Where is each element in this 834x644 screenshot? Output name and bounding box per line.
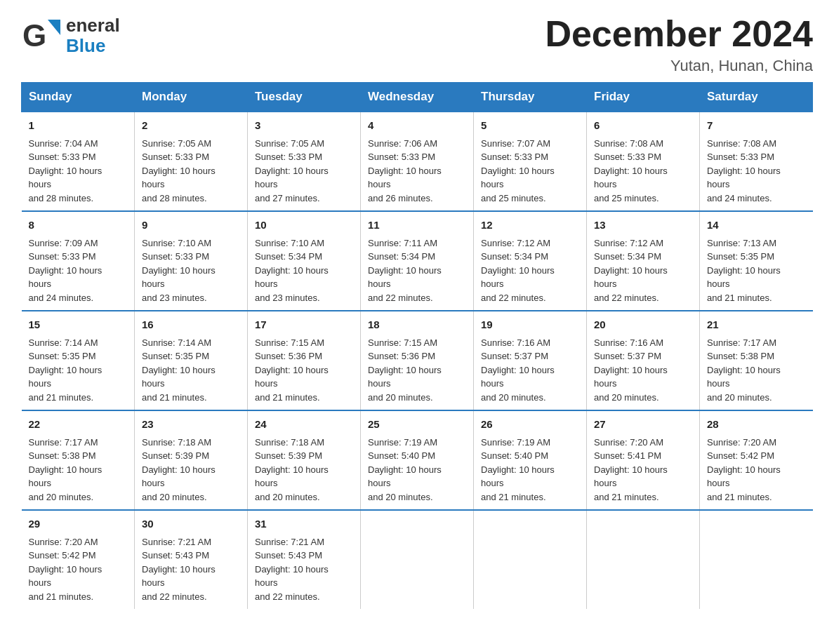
day-info: Sunrise: 7:13 AMSunset: 5:35 PMDaylight:… <box>707 236 806 305</box>
day-info: Sunrise: 7:12 AMSunset: 5:34 PMDaylight:… <box>481 236 579 305</box>
day-number: 21 <box>707 317 806 333</box>
calendar-cell: 27Sunrise: 7:20 AMSunset: 5:41 PMDayligh… <box>587 410 700 510</box>
day-info: Sunrise: 7:19 AMSunset: 5:40 PMDaylight:… <box>368 436 466 504</box>
day-number: 15 <box>29 317 128 333</box>
calendar-cell: 2Sunrise: 7:05 AMSunset: 5:33 PMDaylight… <box>135 112 248 211</box>
calendar-cell: 25Sunrise: 7:19 AMSunset: 5:40 PMDayligh… <box>361 410 474 510</box>
day-number: 30 <box>142 516 240 532</box>
day-number: 19 <box>481 317 579 333</box>
calendar-cell: 30Sunrise: 7:21 AMSunset: 5:43 PMDayligh… <box>135 510 248 609</box>
calendar-cell: 14Sunrise: 7:13 AMSunset: 5:35 PMDayligh… <box>700 211 813 311</box>
day-info: Sunrise: 7:17 AMSunset: 5:38 PMDaylight:… <box>29 436 128 504</box>
header-day-saturday: Saturday <box>700 83 813 112</box>
day-number: 16 <box>142 317 240 333</box>
calendar-cell <box>474 510 587 609</box>
header-day-tuesday: Tuesday <box>248 83 361 112</box>
week-row-2: 8Sunrise: 7:09 AMSunset: 5:33 PMDaylight… <box>22 211 813 311</box>
month-title: December 2024 <box>545 14 813 54</box>
day-info: Sunrise: 7:21 AMSunset: 5:43 PMDaylight:… <box>142 535 240 604</box>
day-info: Sunrise: 7:15 AMSunset: 5:36 PMDaylight:… <box>255 336 353 405</box>
calendar-cell: 24Sunrise: 7:18 AMSunset: 5:39 PMDayligh… <box>248 410 361 510</box>
day-info: Sunrise: 7:14 AMSunset: 5:35 PMDaylight:… <box>142 336 240 405</box>
week-row-3: 15Sunrise: 7:14 AMSunset: 5:35 PMDayligh… <box>22 311 813 410</box>
title-block: December 2024 Yutan, Hunan, China <box>545 14 813 75</box>
calendar-cell: 31Sunrise: 7:21 AMSunset: 5:43 PMDayligh… <box>248 510 361 609</box>
calendar-cell: 19Sunrise: 7:16 AMSunset: 5:37 PMDayligh… <box>474 311 587 410</box>
day-number: 24 <box>255 417 353 433</box>
day-info: Sunrise: 7:09 AMSunset: 5:33 PMDaylight:… <box>29 236 128 305</box>
day-info: Sunrise: 7:07 AMSunset: 5:33 PMDaylight:… <box>481 137 579 206</box>
calendar-cell: 6Sunrise: 7:08 AMSunset: 5:33 PMDaylight… <box>587 112 700 211</box>
calendar-cell: 9Sunrise: 7:10 AMSunset: 5:33 PMDaylight… <box>135 211 248 311</box>
day-info: Sunrise: 7:20 AMSunset: 5:42 PMDaylight:… <box>29 535 128 604</box>
day-info: Sunrise: 7:20 AMSunset: 5:42 PMDaylight:… <box>707 436 806 504</box>
page-header: G eneral Blue December 2024 Yutan, Hunan… <box>21 14 813 75</box>
logo-general-text: eneral <box>66 15 120 36</box>
header-day-monday: Monday <box>135 83 248 112</box>
day-number: 12 <box>481 217 579 234</box>
day-info: Sunrise: 7:05 AMSunset: 5:33 PMDaylight:… <box>255 137 353 206</box>
day-number: 22 <box>29 417 128 433</box>
day-number: 20 <box>594 317 692 333</box>
svg-marker-1 <box>48 20 60 35</box>
calendar-cell: 3Sunrise: 7:05 AMSunset: 5:33 PMDaylight… <box>248 112 361 211</box>
svg-text:G: G <box>22 18 46 53</box>
week-row-5: 29Sunrise: 7:20 AMSunset: 5:42 PMDayligh… <box>22 510 813 609</box>
day-number: 1 <box>29 118 128 134</box>
day-info: Sunrise: 7:10 AMSunset: 5:33 PMDaylight:… <box>142 236 240 305</box>
calendar-cell: 11Sunrise: 7:11 AMSunset: 5:34 PMDayligh… <box>361 211 474 311</box>
header-day-friday: Friday <box>587 83 700 112</box>
day-number: 9 <box>142 217 240 234</box>
calendar-cell: 17Sunrise: 7:15 AMSunset: 5:36 PMDayligh… <box>248 311 361 410</box>
day-info: Sunrise: 7:11 AMSunset: 5:34 PMDaylight:… <box>368 236 466 305</box>
day-number: 2 <box>142 118 240 134</box>
day-number: 5 <box>481 118 579 134</box>
calendar-cell: 28Sunrise: 7:20 AMSunset: 5:42 PMDayligh… <box>700 410 813 510</box>
day-info: Sunrise: 7:08 AMSunset: 5:33 PMDaylight:… <box>707 137 806 206</box>
header-day-sunday: Sunday <box>22 83 135 112</box>
day-info: Sunrise: 7:18 AMSunset: 5:39 PMDaylight:… <box>255 436 353 504</box>
calendar-table: SundayMondayTuesdayWednesdayThursdayFrid… <box>21 82 813 609</box>
day-number: 27 <box>594 417 692 433</box>
calendar-cell: 4Sunrise: 7:06 AMSunset: 5:33 PMDaylight… <box>361 112 474 211</box>
calendar-cell <box>587 510 700 609</box>
day-number: 6 <box>594 118 692 134</box>
calendar-cell: 20Sunrise: 7:16 AMSunset: 5:37 PMDayligh… <box>587 311 700 410</box>
calendar-cell: 15Sunrise: 7:14 AMSunset: 5:35 PMDayligh… <box>22 311 135 410</box>
day-info: Sunrise: 7:17 AMSunset: 5:38 PMDaylight:… <box>707 336 806 405</box>
day-number: 8 <box>29 217 128 234</box>
day-number: 23 <box>142 417 240 433</box>
day-info: Sunrise: 7:21 AMSunset: 5:43 PMDaylight:… <box>255 535 353 604</box>
header-day-wednesday: Wednesday <box>361 83 474 112</box>
day-number: 25 <box>368 417 466 433</box>
location: Yutan, Hunan, China <box>545 57 813 75</box>
day-info: Sunrise: 7:04 AMSunset: 5:33 PMDaylight:… <box>29 137 128 206</box>
calendar-cell <box>700 510 813 609</box>
logo: G eneral Blue <box>21 14 120 58</box>
day-number: 18 <box>368 317 466 333</box>
day-info: Sunrise: 7:15 AMSunset: 5:36 PMDaylight:… <box>368 336 466 405</box>
day-info: Sunrise: 7:14 AMSunset: 5:35 PMDaylight:… <box>29 336 128 405</box>
logo-blue-text: Blue <box>66 36 120 56</box>
day-info: Sunrise: 7:08 AMSunset: 5:33 PMDaylight:… <box>594 137 692 206</box>
calendar-cell: 18Sunrise: 7:15 AMSunset: 5:36 PMDayligh… <box>361 311 474 410</box>
calendar-cell: 13Sunrise: 7:12 AMSunset: 5:34 PMDayligh… <box>587 211 700 311</box>
calendar-cell: 1Sunrise: 7:04 AMSunset: 5:33 PMDaylight… <box>22 112 135 211</box>
day-info: Sunrise: 7:12 AMSunset: 5:34 PMDaylight:… <box>594 236 692 305</box>
calendar-cell <box>361 510 474 609</box>
calendar-cell: 16Sunrise: 7:14 AMSunset: 5:35 PMDayligh… <box>135 311 248 410</box>
day-number: 31 <box>255 516 353 532</box>
week-row-4: 22Sunrise: 7:17 AMSunset: 5:38 PMDayligh… <box>22 410 813 510</box>
header-row: SundayMondayTuesdayWednesdayThursdayFrid… <box>22 83 813 112</box>
day-number: 28 <box>707 417 806 433</box>
day-number: 14 <box>707 217 806 234</box>
day-info: Sunrise: 7:16 AMSunset: 5:37 PMDaylight:… <box>481 336 579 405</box>
calendar-cell: 29Sunrise: 7:20 AMSunset: 5:42 PMDayligh… <box>22 510 135 609</box>
week-row-1: 1Sunrise: 7:04 AMSunset: 5:33 PMDaylight… <box>22 112 813 211</box>
day-info: Sunrise: 7:06 AMSunset: 5:33 PMDaylight:… <box>368 137 466 206</box>
day-number: 4 <box>368 118 466 134</box>
calendar-cell: 10Sunrise: 7:10 AMSunset: 5:34 PMDayligh… <box>248 211 361 311</box>
day-info: Sunrise: 7:20 AMSunset: 5:41 PMDaylight:… <box>594 436 692 504</box>
calendar-cell: 8Sunrise: 7:09 AMSunset: 5:33 PMDaylight… <box>22 211 135 311</box>
day-number: 13 <box>594 217 692 234</box>
